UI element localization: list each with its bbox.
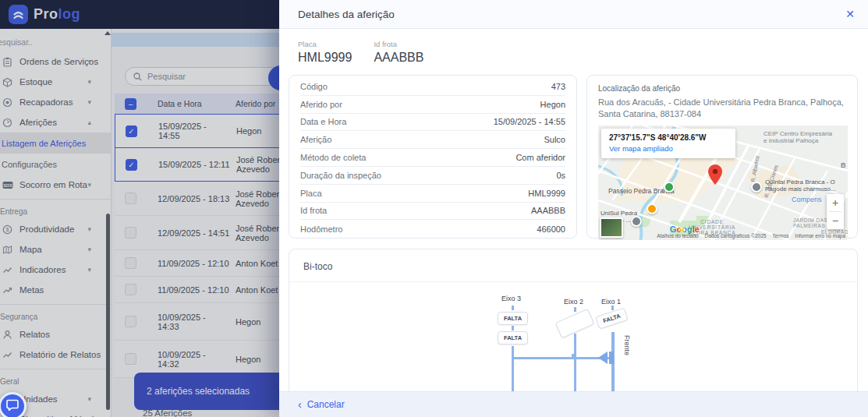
frente-label: Frente xyxy=(623,335,631,355)
falta-tire-chip[interactable]: FALTA xyxy=(498,312,528,325)
location-title: Localização da aferição xyxy=(598,84,846,93)
chat-bubble-icon xyxy=(6,398,19,414)
location-card: Localização da aferição Rua dos Aracuãs,… xyxy=(586,75,858,239)
direction-arrow xyxy=(598,352,608,364)
termos-link[interactable]: Termos xyxy=(772,233,788,239)
detail-value: 15/09/2025 - 14:55 xyxy=(494,117,565,126)
detail-value: 473 xyxy=(551,82,565,91)
ver-mapa-ampliado-link[interactable]: Ver mapa ampliado xyxy=(609,144,728,153)
falta-tire-chip[interactable]: FALTA xyxy=(595,307,628,329)
modal-title: Detalhes da aferição xyxy=(298,9,395,20)
detail-value: HML9999 xyxy=(528,189,565,198)
detail-label: Id frota xyxy=(300,206,327,215)
falta-tire-chip[interactable]: FALTA xyxy=(498,331,528,345)
cancel-button[interactable]: Cancelar xyxy=(298,398,345,411)
detalhes-da-afericao-modal: Detalhes da aferição Placa HML9999 Id fr… xyxy=(279,0,868,417)
chassis-line xyxy=(512,357,612,359)
detail-label: Placa xyxy=(300,189,322,198)
detail-row: AferiçãoSulco xyxy=(300,131,565,149)
map-label-jardim-das-palmeiras: JARDIM DAS PALMEIRAS xyxy=(793,217,827,228)
detail-row: PlacaHML9999 xyxy=(300,185,565,203)
detail-row: Código473 xyxy=(300,78,565,96)
detail-label: Código xyxy=(300,82,328,91)
detail-label: Método de coleta xyxy=(300,153,366,162)
detail-row: Aferido porHegon xyxy=(300,96,565,114)
poi-marker-icon[interactable] xyxy=(631,216,642,227)
id-frota-label: Id frota xyxy=(374,40,423,48)
detail-value: Com aferidor xyxy=(515,153,565,162)
detail-row: Id frotaAAABBB xyxy=(300,203,565,221)
detail-label: Data e Hora xyxy=(300,117,346,126)
map-zoom-control: + − xyxy=(827,194,844,229)
modal-header: Detalhes da aferição xyxy=(279,0,868,29)
satellite-view-thumbnail[interactable] xyxy=(600,217,623,238)
modal-body: Placa HML9999 Id frota AAABBB Código473 … xyxy=(279,29,868,417)
poi-marker-icon[interactable] xyxy=(751,182,762,193)
detail-label: Duração da inspeção xyxy=(300,171,381,180)
close-icon[interactable] xyxy=(845,8,855,20)
bitoco-title: Bi-toco xyxy=(289,249,857,282)
map-coordinates: 27°37'15.7"S 48°40'28.6"W xyxy=(609,133,728,142)
map-info-box: 27°37'15.7"S 48°40'28.6"W Ver mapa ampli… xyxy=(601,129,735,158)
zoom-in-button[interactable]: + xyxy=(827,194,844,211)
placa-value: HML9999 xyxy=(298,51,352,65)
map-label-quintal: Quintal Pedra Branca - O Pagode mais cha… xyxy=(765,178,836,193)
vehicle-fields: Placa HML9999 Id frota AAABBB xyxy=(289,40,858,65)
map-label-compens: Compens xyxy=(792,196,822,203)
detail-value: Sulco xyxy=(544,135,565,144)
eixo1-label: Eixo 1 xyxy=(601,298,621,306)
screen: Prolog Pesquisar.. Ordens de Serviços Es… xyxy=(0,0,868,417)
dados-cartograficos: Dados cartográficos ©2025 xyxy=(705,233,767,239)
map-attribution: Atalhos do teclado Dados cartográficos ©… xyxy=(652,233,845,239)
detail-value: 466000 xyxy=(537,224,565,234)
cancel-label: Cancelar xyxy=(307,399,345,410)
id-frota-value: AAABBB xyxy=(374,51,423,65)
detail-value: AAABBB xyxy=(531,206,565,215)
detail-row: Data e Hora15/09/2025 - 14:55 xyxy=(300,114,565,132)
zoom-out-button[interactable]: − xyxy=(827,212,844,229)
detail-label: Hodômetro xyxy=(300,224,342,234)
detail-label: Aferição xyxy=(300,135,331,144)
atalhos-link[interactable]: Atalhos do teclado xyxy=(657,233,698,239)
park-marker-icon[interactable] xyxy=(664,182,675,193)
eixo3-label: Eixo 3 xyxy=(501,295,521,302)
restaurant-marker-icon[interactable] xyxy=(647,203,657,214)
id-frota-field: Id frota AAABBB xyxy=(374,40,423,65)
details-card: Código473 Aferido porHegon Data e Hora15… xyxy=(289,75,577,239)
placa-field: Placa HML9999 xyxy=(298,40,352,65)
modal-footer: Cancelar xyxy=(279,391,868,417)
detail-value: 0s xyxy=(556,171,565,180)
detail-value: Hegon xyxy=(540,100,565,109)
detail-row: Hodômetro466000 xyxy=(300,220,565,238)
detail-row: Duração da inspeção0s xyxy=(300,167,565,185)
chat-fab-button[interactable] xyxy=(0,392,27,417)
back-chevron-icon xyxy=(298,398,302,411)
location-address: Rua dos Aracuãs, - Cidade Universitária … xyxy=(598,97,846,120)
map-label-b: B xyxy=(841,161,846,169)
detail-label: Aferido por xyxy=(300,100,342,109)
detail-row: Método de coletaCom aferidor xyxy=(300,149,565,167)
placa-label: Placa xyxy=(298,40,352,48)
map-pin-icon xyxy=(708,164,722,188)
eixo2-label: Eixo 2 xyxy=(564,298,583,306)
map-label-ceip: CEIP Centro Empresária e Industrial Palh… xyxy=(763,130,832,144)
informar-erro-link[interactable]: Informar erro no mapa xyxy=(795,233,845,239)
map[interactable]: 27°37'15.7"S 48°40'28.6"W Ver mapa ampli… xyxy=(598,125,848,240)
